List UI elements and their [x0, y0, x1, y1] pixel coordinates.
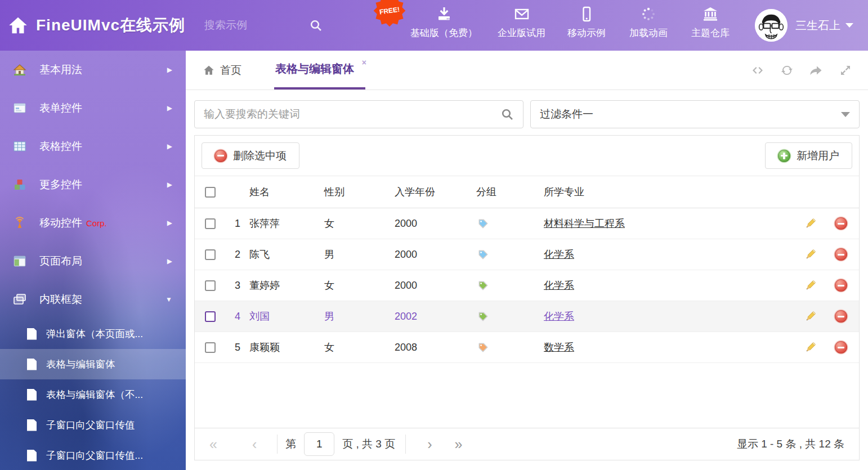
- search-icon[interactable]: [309, 19, 323, 32]
- sidebar-item-form-controls[interactable]: 表单控件 ▶: [0, 89, 186, 127]
- chevron-right-icon: ▶: [167, 104, 172, 112]
- column-header-year: 入学年份: [395, 185, 476, 199]
- nav-item-enterprise-trial[interactable]: 企业版试用: [498, 6, 545, 39]
- tag-icon: [476, 249, 544, 261]
- download-icon: [436, 6, 453, 23]
- chevron-right-icon: ▶: [167, 257, 172, 265]
- page-icon: [27, 419, 37, 431]
- row-name: 陈飞: [249, 248, 324, 261]
- table-row: 1 张萍萍 女 2000 材料科学与工程系: [195, 208, 859, 239]
- minus-circle-icon: [214, 150, 227, 162]
- table-icon: [12, 139, 27, 154]
- table-row: 5 康颖颖 女 2008 数学系: [195, 332, 859, 363]
- page-icon: [27, 359, 37, 370]
- sidebar: 基本用法 ▶ 表单控件 ▶ 表格控件 ▶ 更多控件 ▶ 移动控件 Corp. ▶…: [0, 51, 186, 470]
- expand-icon[interactable]: [839, 64, 852, 77]
- tab-grid-edit-window[interactable]: 表格与编辑窗体 ×: [274, 51, 365, 89]
- sidebar-item-mobile-controls[interactable]: 移动控件 Corp. ▶: [0, 204, 186, 242]
- table-body: 1 张萍萍 女 2000 材料科学与工程系 2 陈飞 男 2000 化学系 3 …: [195, 208, 859, 363]
- plus-circle-icon: [778, 150, 790, 162]
- sidebar-item-page-layout[interactable]: 页面布局 ▶: [0, 242, 186, 280]
- nav-item-basic-free[interactable]: FREE! 基础版（免费）: [410, 6, 477, 39]
- edit-pencil-icon[interactable]: [804, 217, 817, 230]
- delete-row-icon[interactable]: [835, 248, 847, 261]
- sidebar-subitem[interactable]: 子窗口向父窗口传值...: [0, 440, 186, 470]
- sidebar-item-label: 表单控件: [39, 101, 82, 115]
- column-header-major: 所学专业: [544, 185, 797, 199]
- first-page-button[interactable]: «: [209, 437, 217, 451]
- nav-item-loading-animation[interactable]: 加载动画: [628, 6, 669, 39]
- search-icon[interactable]: [500, 108, 514, 121]
- tab-home[interactable]: 首页: [203, 63, 241, 78]
- table-row: 2 陈飞 男 2000 化学系: [195, 239, 859, 270]
- page-icon: [27, 389, 37, 401]
- table-row: 4 刘国 男 2002 化学系: [195, 301, 859, 332]
- source-code-icon[interactable]: [751, 64, 764, 77]
- row-name: 张萍萍: [249, 217, 324, 230]
- row-major-link[interactable]: 材料科学与工程系: [544, 218, 625, 229]
- row-checkbox[interactable]: [205, 249, 216, 260]
- delete-row-icon[interactable]: [835, 217, 847, 230]
- nav-item-mobile-demo[interactable]: 移动示例: [566, 6, 607, 39]
- tab-toolbar: [751, 64, 868, 77]
- delete-row-icon[interactable]: [835, 279, 847, 292]
- spinner-icon: [640, 6, 657, 23]
- user-menu[interactable]: 三生石上: [755, 9, 853, 42]
- row-name: 康颖颖: [249, 341, 324, 354]
- close-icon[interactable]: ×: [362, 58, 366, 67]
- sidebar-subitem[interactable]: 弹出窗体（本页面或...: [0, 319, 186, 349]
- edit-pencil-icon[interactable]: [804, 248, 817, 261]
- prev-page-button[interactable]: ‹: [252, 437, 257, 451]
- edit-pencil-icon[interactable]: [804, 310, 817, 323]
- tab-bar: 首页 表格与编辑窗体 ×: [186, 51, 868, 90]
- sidebar-subitem[interactable]: 子窗口向父窗口传值: [0, 410, 186, 440]
- row-checkbox[interactable]: [205, 280, 216, 291]
- tag-icon: [476, 311, 544, 323]
- row-major-link[interactable]: 化学系: [544, 249, 574, 260]
- sidebar-subitem[interactable]: 表格与编辑窗体: [0, 349, 186, 379]
- row-checkbox[interactable]: [205, 311, 216, 322]
- chevron-right-icon: ▶: [167, 66, 172, 74]
- row-checkbox[interactable]: [205, 218, 216, 229]
- share-arrow-icon[interactable]: [809, 64, 823, 77]
- delete-row-icon[interactable]: [835, 310, 847, 323]
- house-icon: [12, 62, 27, 77]
- sidebar-subitem-label: 表格与编辑窗体: [46, 357, 115, 371]
- add-user-label: 新增用户: [797, 149, 839, 163]
- sidebar-item-more-controls[interactable]: 更多控件 ▶: [0, 165, 186, 204]
- row-year: 2000: [395, 249, 476, 261]
- row-major-link[interactable]: 数学系: [544, 342, 574, 353]
- row-major-link[interactable]: 化学系: [544, 311, 574, 322]
- refresh-icon[interactable]: [780, 64, 794, 77]
- sidebar-subitem[interactable]: 表格与编辑窗体（不...: [0, 379, 186, 410]
- home-logo-icon[interactable]: [8, 15, 28, 35]
- envelope-icon: [513, 6, 530, 23]
- header-search-input[interactable]: [204, 19, 289, 32]
- add-user-button[interactable]: 新增用户: [765, 142, 852, 169]
- select-all-checkbox[interactable]: [205, 187, 216, 198]
- row-checkbox[interactable]: [205, 342, 216, 353]
- page-number-input[interactable]: [304, 432, 334, 456]
- delete-row-icon[interactable]: [835, 341, 847, 353]
- divider: [277, 435, 278, 454]
- row-major-link[interactable]: 化学系: [544, 280, 574, 291]
- sidebar-item-iframe[interactable]: 内联框架 ▼: [0, 280, 186, 319]
- sidebar-subitem-label: 表格与编辑窗体（不...: [46, 388, 143, 401]
- edit-pencil-icon[interactable]: [804, 341, 817, 354]
- last-page-button[interactable]: »: [455, 437, 463, 451]
- chevron-right-icon: ▶: [167, 181, 172, 189]
- delete-selected-button[interactable]: 删除选中项: [202, 142, 299, 169]
- edit-pencil-icon[interactable]: [804, 279, 817, 292]
- row-num: 1: [235, 218, 240, 230]
- sidebar-item-grid-controls[interactable]: 表格控件 ▶: [0, 127, 186, 165]
- sidebar-item-label: 移动控件: [39, 216, 82, 230]
- sidebar-item-basic-usage[interactable]: 基本用法 ▶: [0, 51, 186, 89]
- filter-dropdown[interactable]: 过滤条件一: [530, 100, 860, 128]
- next-page-button[interactable]: ›: [427, 437, 432, 451]
- row-gender: 女: [324, 217, 395, 230]
- keyword-search-input[interactable]: [204, 108, 500, 120]
- nav-item-theme-store[interactable]: 主题仓库: [690, 6, 731, 39]
- sidebar-subitem-label: 子窗口向父窗口传值...: [46, 449, 143, 462]
- nav-item-label: 基础版（免费）: [410, 26, 477, 39]
- tag-icon: [476, 280, 544, 292]
